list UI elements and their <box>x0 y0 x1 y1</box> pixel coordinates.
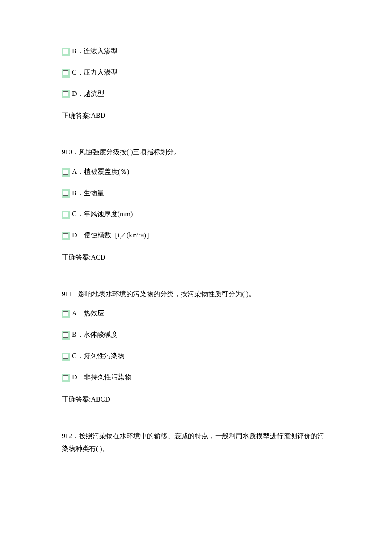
option-row: C．压力入渗型 <box>62 68 330 78</box>
option-text: D．侵蚀模数［t／(k㎡·a)］ <box>72 231 153 240</box>
option-row: B．生物量 <box>62 189 330 198</box>
option-text: D．非持久性污染物 <box>72 373 132 382</box>
checkbox-icon[interactable] <box>62 232 70 240</box>
question-block: B．连续入渗型 C．压力入渗型 D．越流型 正确答案:ABD <box>62 47 330 120</box>
option-text: A．热效应 <box>72 309 104 318</box>
checkbox-icon[interactable] <box>62 90 70 98</box>
checkbox-icon[interactable] <box>62 189 70 198</box>
option-text: B．生物量 <box>72 189 104 198</box>
checkbox-icon[interactable] <box>62 168 70 177</box>
option-text: A．植被覆盖度(％) <box>72 168 129 177</box>
question-text: 912．按照污染物在水环境中的输移、衰减的特点，一般利用水质模型进行预测评价的污… <box>62 430 330 456</box>
checkbox-icon[interactable] <box>62 48 70 56</box>
option-row: B．连续入渗型 <box>62 47 330 56</box>
answer-text: 正确答案:ABD <box>62 111 330 120</box>
checkbox-icon[interactable] <box>62 331 70 340</box>
checkbox-icon[interactable] <box>62 211 70 219</box>
option-row: A．植被覆盖度(％) <box>62 168 330 177</box>
option-row: D．侵蚀模数［t／(k㎡·a)］ <box>62 231 330 240</box>
checkbox-icon[interactable] <box>62 69 70 78</box>
answer-text: 正确答案:ABCD <box>62 395 330 404</box>
question-block: 910．风蚀强度分级按( )三项指标划分。 A．植被覆盖度(％) B．生物量 C… <box>62 146 330 262</box>
option-row: D．越流型 <box>62 90 330 99</box>
checkbox-icon[interactable] <box>62 374 70 382</box>
option-text: C．年风蚀厚度(mm) <box>72 210 133 219</box>
option-row: C．持久性污染物 <box>62 352 330 361</box>
question-text: 910．风蚀强度分级按( )三项指标划分。 <box>62 146 330 159</box>
checkbox-icon[interactable] <box>62 353 70 361</box>
option-row: D．非持久性污染物 <box>62 373 330 382</box>
answer-text: 正确答案:ACD <box>62 253 330 262</box>
option-text: B．水体酸碱度 <box>72 330 118 340</box>
option-row: C．年风蚀厚度(mm) <box>62 210 330 219</box>
option-text: C．压力入渗型 <box>72 68 118 78</box>
option-text: D．越流型 <box>72 90 104 99</box>
question-block: 912．按照污染物在水环境中的输移、衰减的特点，一般利用水质模型进行预测评价的污… <box>62 430 330 456</box>
option-text: B．连续入渗型 <box>72 47 118 56</box>
question-text: 911．影响地表水环境的污染物的分类，按污染物性质可分为( )。 <box>62 288 330 301</box>
question-block: 911．影响地表水环境的污染物的分类，按污染物性质可分为( )。 A．热效应 B… <box>62 288 330 404</box>
checkbox-icon[interactable] <box>62 310 70 318</box>
option-row: A．热效应 <box>62 309 330 318</box>
option-row: B．水体酸碱度 <box>62 330 330 340</box>
document-page: B．连续入渗型 C．压力入渗型 D．越流型 正确答案:ABD 910．风蚀强度分… <box>0 0 392 489</box>
option-text: C．持久性污染物 <box>72 352 124 361</box>
